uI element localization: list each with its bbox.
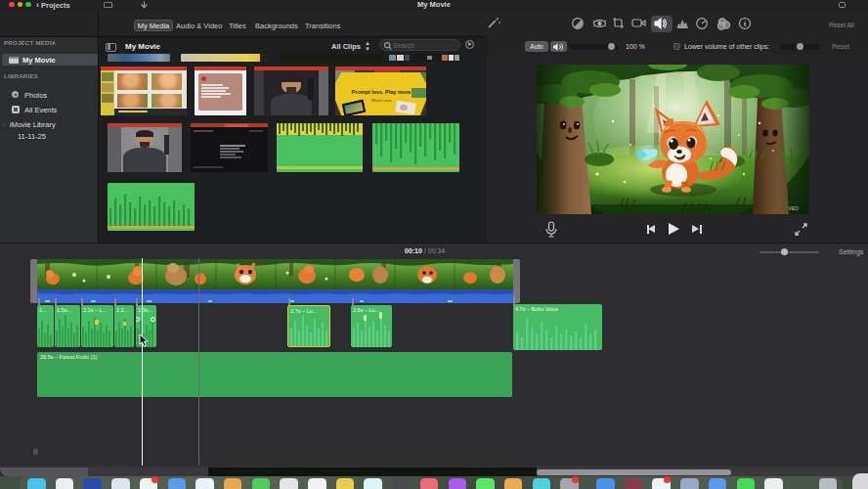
svg-text:VEO: VEO xyxy=(788,205,799,211)
